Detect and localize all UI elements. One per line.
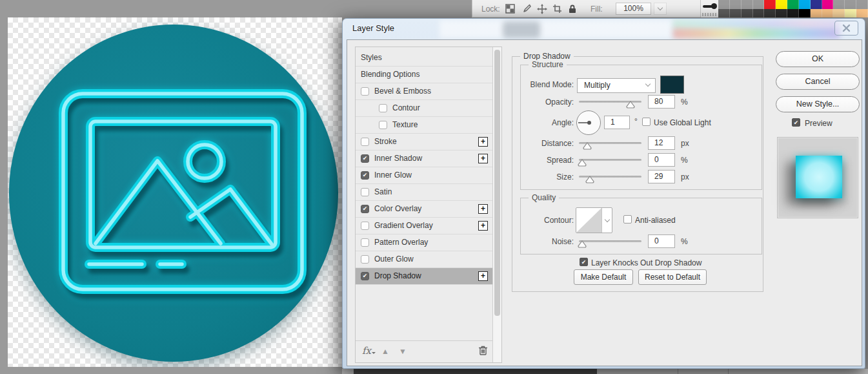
style-checkbox[interactable] [361, 255, 369, 264]
swatch-0-7[interactable] [799, 0, 811, 9]
delete-effect-button[interactable] [478, 345, 488, 358]
distance-slider[interactable] [579, 139, 641, 148]
swatch-0-0[interactable] [718, 0, 730, 9]
style-checkbox[interactable] [361, 238, 369, 247]
style-checkbox[interactable]: ✔ [361, 171, 369, 180]
spread-input[interactable]: 0 [648, 153, 675, 167]
style-item-styles[interactable]: Styles [356, 50, 493, 67]
angle-input[interactable]: 1 [604, 116, 630, 129]
size-slider[interactable] [579, 172, 641, 182]
add-instance-button[interactable]: + [478, 271, 488, 281]
style-checkbox[interactable] [379, 104, 387, 112]
swatch-1-6[interactable] [787, 9, 799, 18]
swatch-0-3[interactable] [753, 0, 765, 9]
style-checkbox[interactable] [361, 188, 369, 196]
style-checkbox[interactable] [361, 87, 369, 96]
knockout-checkbox[interactable]: ✔ [580, 258, 588, 266]
swatch-1-12[interactable] [856, 9, 868, 18]
swatch-0-2[interactable] [742, 0, 753, 9]
make-default-button[interactable]: Make Default [574, 269, 633, 285]
swatch-1-1[interactable] [730, 9, 742, 18]
scrollbar-thumb[interactable] [494, 50, 500, 316]
swatch-1-10[interactable] [833, 9, 845, 18]
preview-checkbox[interactable]: ✔ [792, 118, 800, 127]
noise-input[interactable]: 0 [648, 234, 675, 248]
distance-input[interactable]: 12 [648, 136, 675, 150]
swatch-0-6[interactable] [787, 0, 799, 9]
opacity-label: Opacity: [521, 98, 574, 107]
swatch-0-10[interactable] [833, 0, 845, 9]
style-item-satin[interactable]: Satin [356, 184, 493, 201]
shadow-color-swatch[interactable] [660, 76, 684, 94]
angle-dial[interactable] [576, 110, 601, 135]
ok-button[interactable]: OK [776, 51, 860, 67]
move-down-button[interactable]: ▼ [399, 347, 407, 356]
styles-scrollbar[interactable] [492, 47, 501, 362]
fx-menu-button[interactable]: fx [362, 345, 371, 357]
slider-tool-icon[interactable] [703, 5, 716, 8]
cancel-button[interactable]: Cancel [776, 74, 860, 90]
style-item-blending-options[interactable]: Blending Options [356, 67, 493, 83]
close-button[interactable] [834, 21, 858, 36]
swatch-1-3[interactable] [753, 9, 765, 18]
style-checkbox[interactable]: ✔ [361, 154, 369, 163]
add-instance-button[interactable]: + [478, 204, 488, 214]
swatch-1-2[interactable] [742, 9, 753, 18]
style-item-texture[interactable]: Texture [356, 117, 493, 134]
opacity-input[interactable]: 80 [648, 95, 675, 109]
lock-position-icon[interactable] [536, 3, 547, 14]
swatch-0-5[interactable] [776, 0, 787, 9]
style-item-outer-glow[interactable]: Outer Glow [356, 251, 493, 268]
swatch-1-9[interactable] [822, 9, 834, 18]
lock-all-icon[interactable] [567, 3, 578, 14]
style-item-gradient-overlay[interactable]: Gradient Overlay+ [356, 218, 493, 234]
style-item-inner-glow[interactable]: ✔Inner Glow [356, 167, 493, 184]
dialog-titlebar[interactable]: Layer Style [343, 19, 865, 39]
swatch-1-7[interactable] [799, 9, 811, 18]
style-checkbox[interactable]: ✔ [361, 272, 369, 280]
spread-slider[interactable] [579, 156, 641, 165]
anti-aliased-checkbox[interactable] [623, 215, 632, 223]
swatch-1-8[interactable] [811, 9, 822, 18]
lock-artboard-icon[interactable] [552, 3, 563, 14]
swatch-0-1[interactable] [730, 0, 742, 9]
fill-dropdown-button[interactable] [654, 3, 667, 15]
add-instance-button[interactable]: + [478, 221, 488, 231]
lock-transparent-pixels-icon[interactable] [505, 3, 516, 14]
blend-mode-select[interactable]: Multiply [577, 78, 656, 93]
style-item-stroke[interactable]: Stroke+ [356, 134, 493, 151]
swatch-1-4[interactable] [764, 9, 776, 18]
size-input[interactable]: 29 [648, 170, 675, 183]
swatch-0-12[interactable] [856, 0, 868, 9]
swatch-0-4[interactable] [764, 0, 776, 9]
style-item-color-overlay[interactable]: ✔Color Overlay+ [356, 201, 493, 218]
style-checkbox[interactable] [361, 138, 369, 146]
reset-to-default-button[interactable]: Reset to Default [638, 269, 707, 285]
move-up-button[interactable]: ▲ [381, 347, 389, 356]
add-instance-button[interactable]: + [478, 154, 488, 163]
add-instance-button[interactable]: + [478, 137, 488, 147]
fill-value-input[interactable]: 100% [616, 3, 651, 15]
style-item-drop-shadow[interactable]: ✔Drop Shadow+ [356, 268, 493, 285]
contour-picker[interactable] [576, 207, 612, 233]
style-checkbox[interactable]: ✔ [361, 205, 369, 213]
lock-image-pixels-icon[interactable] [521, 3, 532, 14]
swatch-1-5[interactable] [776, 9, 787, 18]
style-item-inner-shadow[interactable]: ✔Inner Shadow+ [356, 151, 493, 167]
swatch-0-8[interactable] [811, 0, 822, 9]
new-style-button[interactable]: New Style... [776, 96, 860, 112]
style-item-pattern-overlay[interactable]: Pattern Overlay [356, 234, 493, 251]
style-item-contour[interactable]: Contour [356, 100, 493, 117]
swatch-0-9[interactable] [822, 0, 834, 9]
swatch-0-11[interactable] [845, 0, 856, 9]
document-canvas[interactable] [8, 17, 342, 367]
opacity-slider[interactable] [579, 98, 641, 107]
swatch-1-11[interactable] [845, 9, 856, 18]
swatch-1-0[interactable] [718, 9, 730, 18]
noise-slider[interactable] [579, 237, 641, 246]
style-checkbox[interactable] [379, 121, 387, 129]
style-checkbox[interactable] [361, 222, 369, 230]
use-global-light-checkbox[interactable] [642, 118, 651, 126]
contour-dropdown-button[interactable] [601, 208, 612, 233]
style-item-bevel-emboss[interactable]: Bevel & Emboss [356, 83, 493, 100]
